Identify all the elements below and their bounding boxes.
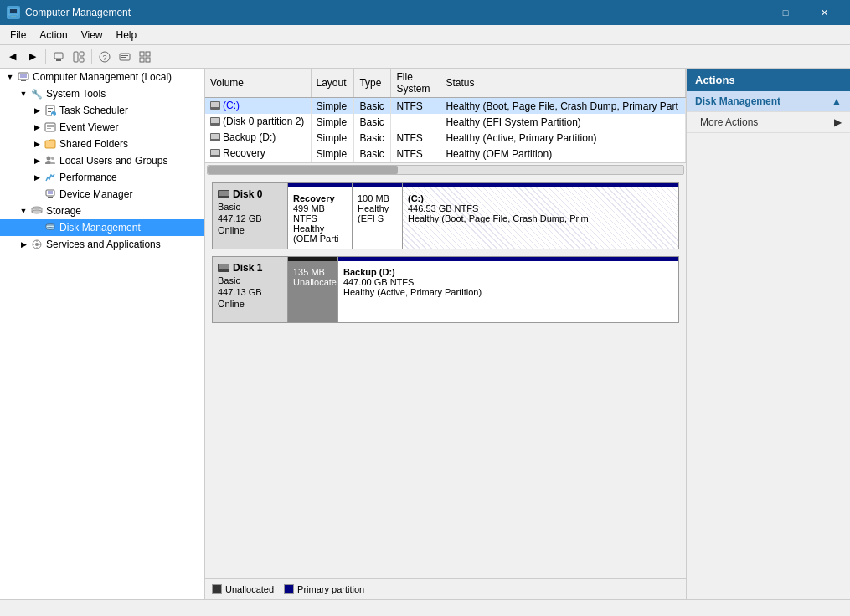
computer-icon (17, 70, 30, 84)
partition[interactable]: 135 MB Unallocated (288, 257, 338, 322)
svg-rect-23 (48, 108, 53, 109)
svg-rect-15 (146, 52, 150, 56)
tree-disk-management[interactable]: Disk Management (0, 219, 204, 236)
svg-rect-19 (20, 74, 27, 78)
tree-shared-folders[interactable]: ▶ Shared Folders (0, 136, 204, 152)
scroll-track[interactable] (207, 165, 684, 175)
svg-rect-37 (47, 198, 54, 198)
tree-event-viewer[interactable]: ▶ Event Viewer (0, 119, 204, 136)
help-button[interactable]: ? (95, 48, 114, 66)
partition[interactable]: 100 MB Healthy (EFI S (353, 183, 403, 249)
task-scheduler-label: Task Scheduler (59, 105, 128, 116)
expand-perf[interactable]: ▶ (30, 171, 44, 184)
legend: Unallocated Primary partition (205, 578, 686, 599)
tree-root-label: Computer Management (Local) (33, 71, 172, 83)
partition-size: 100 MB (358, 193, 397, 203)
forward-button[interactable]: ▶ (23, 48, 42, 66)
expand-root[interactable]: ▼ (3, 70, 17, 84)
back-button[interactable]: ◀ (3, 48, 22, 66)
disk-name: Disk 1 (218, 262, 282, 274)
horizontal-scrollbar[interactable] (205, 162, 686, 176)
cell-type: Basic (354, 98, 391, 115)
actions-title: Actions (695, 74, 735, 86)
tree-storage[interactable]: ▼ Storage (0, 203, 204, 219)
actions-panel: Actions Disk Management ▲ More Actions ▶ (687, 69, 850, 599)
action-disk-management[interactable]: Disk Management ▲ (687, 91, 850, 112)
table-row[interactable]: Backup (D:)SimpleBasicNTFSHealthy (Activ… (205, 130, 686, 146)
col-status[interactable]: Status (440, 69, 686, 98)
maximize-button[interactable]: □ (766, 0, 805, 25)
tree-services[interactable]: ▶ Services and Applications (0, 236, 204, 253)
minimize-button[interactable]: ─ (728, 0, 766, 25)
disk-label: Disk 1 Basic 447.13 GB Online (213, 257, 288, 322)
col-layout[interactable]: Layout (311, 69, 354, 98)
tree-root[interactable]: ▼ Computer Management (Local) (0, 69, 204, 85)
cell-status: Healthy (Active, Primary Partition) (440, 130, 686, 146)
menu-file[interactable]: File (3, 28, 33, 43)
close-button[interactable]: ✕ (805, 0, 843, 25)
up-button[interactable] (49, 48, 68, 66)
svg-rect-24 (48, 110, 53, 110)
disk-visual-section: Disk 0 Basic 447.12 GB Online Recovery 4… (205, 176, 686, 578)
table-row[interactable]: (C:)SimpleBasicNTFSHealthy (Boot, Page F… (205, 98, 686, 115)
menu-bar: File Action View Help (0, 25, 850, 45)
expand-storage[interactable]: ▼ (17, 204, 30, 218)
col-type[interactable]: Type (354, 69, 391, 98)
cell-layout: Simple (311, 114, 354, 130)
partition[interactable]: Backup (D:) 447.00 GB NTFS Healthy (Acti… (338, 257, 678, 322)
svg-rect-53 (211, 118, 219, 123)
svg-rect-35 (48, 191, 53, 194)
cell-type: Basic (354, 114, 391, 130)
cell-layout: Simple (311, 98, 354, 115)
show-hide-button[interactable] (70, 48, 88, 66)
svg-rect-20 (21, 80, 26, 81)
cell-volume: (Disk 0 partition 2) (205, 114, 311, 130)
action-more-actions[interactable]: More Actions ▶ (687, 112, 850, 133)
svg-rect-30 (47, 126, 54, 127)
expand-task[interactable]: ▶ (30, 104, 44, 117)
partition-detail: Healthy (OEM Parti (293, 223, 347, 244)
expand-event[interactable]: ▶ (30, 121, 44, 134)
partition-detail: Healthy (Active, Primary Partition) (343, 287, 673, 297)
expand-services[interactable]: ▶ (17, 238, 30, 251)
svg-point-40 (32, 210, 42, 213)
svg-rect-12 (121, 55, 128, 56)
partition[interactable]: Recovery 499 MB NTFS Healthy (OEM Parti (288, 183, 353, 249)
svg-rect-59 (219, 191, 229, 196)
properties-button[interactable] (116, 48, 134, 66)
tree-system-tools[interactable]: ▼ 🔧 System Tools (0, 85, 204, 102)
cell-status: Healthy (Boot, Page File, Crash Dump, Pr… (440, 98, 686, 115)
expand-system-tools[interactable]: ▼ (17, 87, 30, 100)
disk-label: Disk 0 Basic 447.12 GB Online (213, 183, 288, 249)
table-row[interactable]: RecoverySimpleBasicNTFSHealthy (OEM Part… (205, 146, 686, 162)
disk-size: 447.13 GB (218, 287, 282, 297)
svg-rect-17 (146, 58, 150, 62)
col-filesystem[interactable]: File System (391, 69, 440, 98)
menu-help[interactable]: Help (110, 28, 144, 43)
event-viewer-label: Event Viewer (59, 121, 118, 133)
volume-table: Volume Layout Type File System Status (C… (205, 69, 686, 162)
tree-task-scheduler[interactable]: ▶ ▶ Task Scheduler (0, 102, 204, 119)
cell-volume: Backup (D:) (205, 130, 311, 146)
scroll-thumb[interactable] (208, 166, 398, 174)
cell-layout: Simple (311, 130, 354, 146)
menu-action[interactable]: Action (33, 28, 74, 43)
partition[interactable]: (C:) 446.53 GB NTFS Healthy (Boot, Page … (403, 183, 678, 249)
menu-view[interactable]: View (75, 28, 110, 43)
tree-device-manager[interactable]: Device Manager (0, 186, 204, 203)
actions-header: Actions (687, 69, 850, 91)
col-volume[interactable]: Volume (205, 69, 311, 98)
window-controls: ─ □ ✕ (728, 0, 843, 25)
disk-status: Online (218, 299, 282, 309)
table-row[interactable]: (Disk 0 partition 2)SimpleBasicHealthy (… (205, 114, 686, 130)
svg-text:?: ? (102, 54, 106, 62)
tree-performance[interactable]: ▶ Performance (0, 169, 204, 186)
main-layout: ▼ Computer Management (Local) ▼ 🔧 System… (0, 69, 850, 599)
expand-shared[interactable]: ▶ (30, 137, 44, 151)
disk-partitions: Recovery 499 MB NTFS Healthy (OEM Parti … (288, 183, 678, 249)
cell-status: Healthy (EFI System Partition) (440, 114, 686, 130)
tree-local-users[interactable]: ▶ Local Users and Groups (0, 152, 204, 169)
expand-users[interactable]: ▶ (30, 154, 44, 167)
svg-rect-14 (140, 52, 144, 56)
grid-button[interactable] (136, 48, 154, 66)
